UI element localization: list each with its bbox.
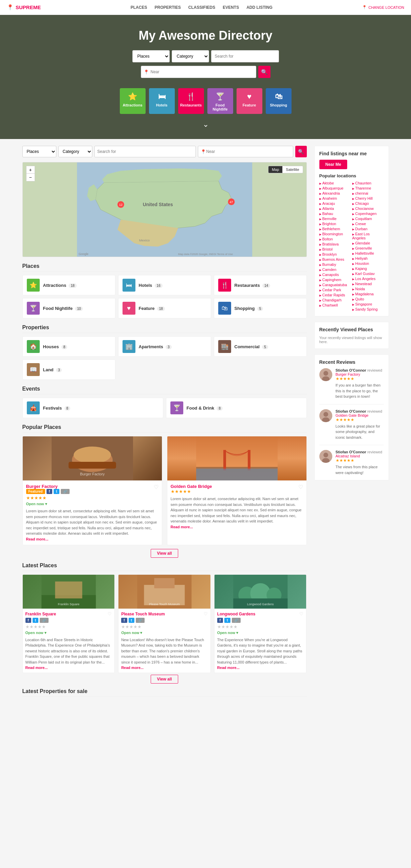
loc-york[interactable]: Singapore [352,302,384,306]
loc-chaunten[interactable]: Chaunten [352,181,384,185]
map-toggle-map[interactable]: Map [268,166,282,173]
map-toggle-satellite[interactable]: Satellite [282,166,302,173]
loc-chocianow[interactable]: Chicago [352,201,384,205]
hero-category-select[interactable]: Category [172,50,209,62]
s2-places-select[interactable]: Places [22,146,56,157]
loc-capinghem[interactable]: Capinghem [319,278,351,282]
loc-san-diego[interactable]: Newstead [352,282,384,286]
loc-brighton[interactable]: Brighton [319,222,351,226]
nav-classifieds[interactable]: CLASSIFIEDS [188,5,215,10]
loc-houston[interactable]: Heliyah [352,256,384,260]
hero-cat-shopping[interactable]: 🛍 Shopping [266,88,292,114]
s2-near-input[interactable] [198,146,293,157]
review-2-place-link[interactable]: Golden Gate Bridge [336,413,369,417]
link-badge[interactable]: 🔗 [61,489,70,494]
places-cat-hotels[interactable]: 🛏 Hotels 16 [118,275,211,295]
please-touch-heart[interactable]: ♡ [204,611,208,616]
loc-glendale[interactable]: East Los Angeles [352,232,384,240]
loc-bahau[interactable]: Bahau [319,212,351,216]
loc-los-angeles[interactable]: Los Angeles [352,277,384,281]
loc-camden[interactable]: Camden [319,268,351,272]
loc-cedar-rapids[interactable]: Cedar Rapids [319,293,351,297]
loc-coquitlam[interactable]: Copenhagen [352,212,384,216]
s2-search-button[interactable]: 🔍 [295,146,307,157]
loc-cedar-park[interactable]: Cedar Park [319,288,351,292]
loc-copenhagen[interactable]: Chocianow [352,206,384,211]
franklin-heart[interactable]: ♡ [108,611,112,616]
hero-search-input[interactable] [211,50,279,62]
hero-cat-hotels[interactable]: 🛏 Hotels [149,88,175,114]
places-cat-food-nightlife[interactable]: 🍸 Food Nightlife 10 [22,298,115,318]
popular-places-view-all-link[interactable]: View all [151,549,179,558]
loc-anaheim[interactable]: Anaheim [319,196,351,200]
loc-albuquerque[interactable]: Albuquerque [319,186,351,190]
prop-cat-commercial[interactable]: 🏬 Commercial 5 [214,336,307,357]
prop-cat-apartments[interactable]: 🏢 Apartments 3 [118,336,211,357]
please-touch-fb[interactable]: f [121,618,127,623]
prop-cat-land[interactable]: 📖 Land 3 [22,359,115,380]
burger-factory-heart[interactable]: ♡ [154,484,158,490]
map-toggle[interactable]: Map Satellite [268,166,303,173]
places-cat-restaurants[interactable]: 🍴 Restaurants 14 [214,275,307,295]
longwood-tw[interactable]: t [224,618,230,623]
loc-toronto[interactable]: Quito [352,297,384,301]
please-touch-tw[interactable]: t [129,618,134,623]
loc-buenos-aires[interactable]: Buenos Aires [319,257,351,261]
loc-caraguatatuba[interactable]: Caraguatatuba [319,283,351,287]
nav-properties[interactable]: PROPERTIES [154,5,181,10]
near-me-button[interactable]: Near Me [319,160,348,169]
places-cat-attractions[interactable]: ⭐ Attractions 18 [22,275,115,295]
please-touch-read-more[interactable]: Read more... [121,666,144,670]
loc-dushanbe[interactable]: Sandy Spring [352,307,384,311]
golden-gate-heart[interactable]: ♡ [298,484,303,490]
loc-cherry-hill[interactable]: chennai [352,191,384,195]
franklin-fb[interactable]: f [25,618,31,623]
hero-places-select[interactable]: Places [132,50,170,62]
loc-alexandria[interactable]: Alexandria [319,191,351,195]
please-touch-title[interactable]: Please Touch Museum [121,612,165,616]
franklin-tw[interactable]: t [33,618,38,623]
loc-san-francisco[interactable]: Noida [352,287,384,291]
loc-greenville[interactable]: Glendale [352,241,384,245]
nav-places[interactable]: PLACES [131,5,147,10]
loc-kajang[interactable]: Houston [352,261,384,265]
facebook-badge[interactable]: f [46,489,52,494]
loc-chennai[interactable]: Tharenne [352,186,384,190]
s2-category-select[interactable]: Category [58,146,92,157]
prop-cat-houses[interactable]: 🏠 Houses 8 [22,336,115,357]
longwood-link[interactable]: 🔗 [232,618,241,623]
zoom-in-button[interactable]: + [26,166,35,174]
loc-canapolis[interactable]: Canapolis [319,273,351,277]
longwood-fb[interactable]: f [217,618,223,623]
loc-chandigarh[interactable]: Chandigarh [319,298,351,302]
hero-near-input[interactable] [141,66,256,78]
longwood-read-more[interactable]: Read more... [217,666,240,670]
twitter-badge[interactable]: t [54,489,59,494]
loc-bolton[interactable]: Bolton [319,237,351,241]
places-cat-shopping[interactable]: 🛍 Shopping 5 [214,298,307,318]
longwood-heart[interactable]: ♡ [299,611,303,616]
loc-burnaby[interactable]: Burnaby [319,262,351,267]
s2-search-input[interactable] [94,146,196,157]
loc-brooklyn[interactable]: Brooklyn [319,252,351,256]
hero-cat-restaurants[interactable]: 🍴 Restaurants [178,88,204,114]
zoom-out-button[interactable]: − [26,174,35,181]
loc-bernville[interactable]: Bernville [319,217,351,221]
loc-atlanta[interactable]: Atlanta [319,206,351,211]
loc-chartwell[interactable]: Chartwell [319,303,351,307]
franklin-link[interactable]: 🔗 [40,618,49,623]
latest-places-view-all-link[interactable]: View all [151,675,179,684]
loc-east-la[interactable]: Durban [352,227,384,231]
loc-bristol[interactable]: Bristol [319,247,351,251]
nav-add-listing[interactable]: ADD LISTING [246,5,273,10]
hero-cat-attractions[interactable]: ⭐ Attractions [120,88,146,114]
loc-hallettsville[interactable]: Greenville [352,246,384,250]
nav-events[interactable]: EVENTS [223,5,239,10]
loc-karl-gustav[interactable]: Kajang [352,267,384,271]
franklin-title[interactable]: Franklin Square [25,612,56,616]
loc-chicago[interactable]: Cherry Hill [352,196,384,200]
map-container[interactable]: United States Mexico 12 47 Google Map da… [22,162,307,257]
events-cat-food-drink[interactable]: 🍸 Food & Drink 8 [166,398,307,418]
franklin-read-more[interactable]: Read more... [25,666,48,670]
places-cat-feature[interactable]: ♥ Feature 18 [118,298,211,318]
